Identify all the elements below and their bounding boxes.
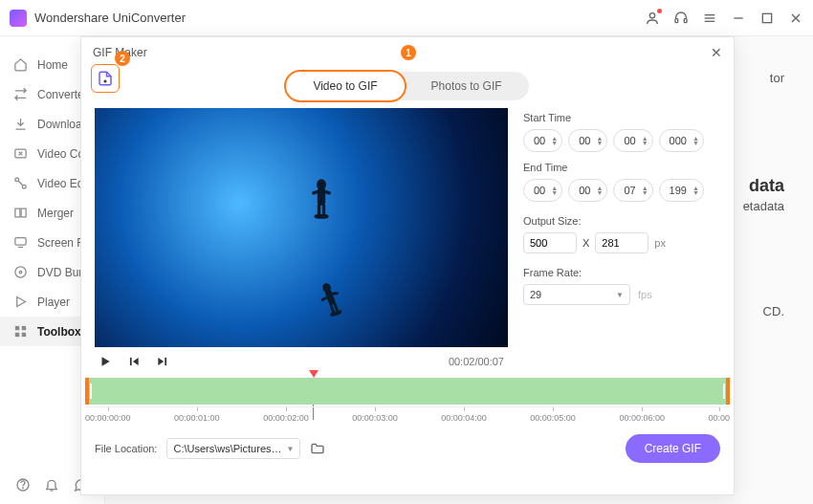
svg-point-32 [319, 214, 329, 219]
app-title: Wondershare UniConverter [34, 11, 186, 25]
file-location-label: File Location: [95, 443, 157, 454]
frame-rate-label: Frame Rate: [523, 267, 720, 278]
sidebar-item-label: Home [37, 58, 68, 72]
svg-rect-29 [318, 204, 320, 215]
bg-text: tor [770, 71, 784, 85]
close-window-icon[interactable] [788, 11, 803, 26]
svg-rect-22 [22, 333, 26, 337]
prev-frame-icon[interactable] [127, 355, 141, 368]
svg-rect-13 [15, 208, 20, 217]
step-badge-1: 1 [401, 45, 416, 60]
output-size-label: Output Size: [523, 215, 720, 227]
minimize-icon[interactable] [731, 11, 746, 26]
end-seconds[interactable]: 07▲▼ [613, 179, 652, 202]
svg-point-0 [649, 12, 654, 17]
end-minutes[interactable]: 00▲▼ [568, 179, 607, 202]
account-icon[interactable] [645, 11, 660, 26]
svg-point-11 [15, 178, 19, 182]
svg-rect-21 [15, 333, 19, 337]
frame-rate-select[interactable]: 29▼ [523, 284, 630, 305]
start-seconds[interactable]: 00▲▼ [613, 129, 652, 152]
svg-rect-36 [332, 292, 339, 295]
bg-heading: data [749, 176, 784, 196]
svg-point-12 [22, 185, 26, 188]
close-icon[interactable]: ✕ [711, 45, 722, 60]
play-icon[interactable] [99, 355, 112, 368]
svg-rect-26 [318, 187, 325, 205]
svg-marker-41 [102, 357, 110, 365]
output-height-input[interactable] [595, 232, 648, 253]
svg-rect-1 [675, 18, 678, 22]
px-label: px [654, 237, 666, 249]
bell-icon[interactable] [44, 477, 59, 493]
tab-video-to-gif[interactable]: Video to GIF [284, 70, 406, 102]
svg-rect-2 [684, 18, 687, 22]
x-label: X [582, 237, 589, 249]
svg-rect-15 [15, 238, 26, 246]
timeline-ticks: 00:00:00:0000:00:01:0000:00:02:0000:00:0… [85, 406, 730, 423]
video-preview [95, 108, 508, 347]
svg-point-24 [23, 488, 24, 489]
open-folder-icon[interactable] [310, 441, 325, 456]
sidebar-item-label: Player [37, 296, 70, 309]
svg-point-17 [19, 271, 22, 274]
playhead-marker[interactable] [309, 370, 319, 378]
help-icon[interactable] [15, 477, 31, 493]
end-time-label: End Time [523, 162, 720, 173]
step-badge-2: 2 [115, 51, 130, 66]
svg-marker-18 [17, 297, 26, 307]
sidebar-item-label: Merger [37, 207, 74, 220]
sidebar-item-label: Toolbox [37, 325, 81, 339]
titlebar: Wondershare UniConverter [0, 0, 813, 36]
mode-segment: Video to GIF Photos to GIF [286, 72, 528, 100]
end-ms[interactable]: 199▲▼ [659, 179, 704, 202]
svg-rect-7 [762, 13, 771, 22]
maximize-icon[interactable] [759, 11, 775, 26]
next-frame-icon[interactable] [156, 355, 169, 368]
end-hours[interactable]: 00▲▼ [523, 179, 562, 202]
fps-label: fps [638, 289, 652, 300]
svg-rect-20 [22, 326, 26, 330]
file-location-select[interactable]: C:\Users\ws\Pictures\Wonders▼ [166, 438, 300, 459]
trim-handle-right[interactable] [723, 383, 725, 399]
trim-handle-left[interactable] [90, 383, 92, 399]
svg-point-16 [15, 267, 26, 277]
start-hours[interactable]: 00▲▼ [523, 129, 562, 152]
start-ms[interactable]: 000▲▼ [659, 129, 704, 152]
bg-text: CD. [763, 304, 784, 318]
app-logo [10, 10, 27, 27]
output-width-input[interactable] [523, 232, 577, 253]
start-minutes[interactable]: 00▲▼ [568, 129, 607, 152]
svg-marker-44 [158, 358, 164, 365]
svg-rect-14 [21, 208, 26, 217]
bg-text: etadata [743, 199, 784, 213]
svg-rect-30 [322, 204, 325, 215]
svg-marker-43 [133, 358, 139, 365]
time-display: 00:02/00:07 [449, 356, 504, 367]
timeline-track[interactable] [85, 378, 730, 405]
svg-rect-35 [320, 296, 328, 302]
svg-rect-45 [165, 358, 166, 365]
tab-photos-to-gif[interactable]: Photos to GIF [405, 72, 529, 100]
start-time-label: Start Time [523, 112, 720, 123]
svg-rect-42 [130, 358, 132, 365]
menu-icon[interactable] [702, 11, 717, 26]
add-file-button[interactable] [91, 64, 120, 93]
create-gif-button[interactable]: Create GIF [626, 434, 720, 463]
headset-icon[interactable] [673, 11, 689, 26]
gif-maker-modal: GIF Maker ✕ 1 2 Video to GIF Photos to G… [80, 36, 735, 495]
svg-rect-19 [15, 326, 19, 330]
